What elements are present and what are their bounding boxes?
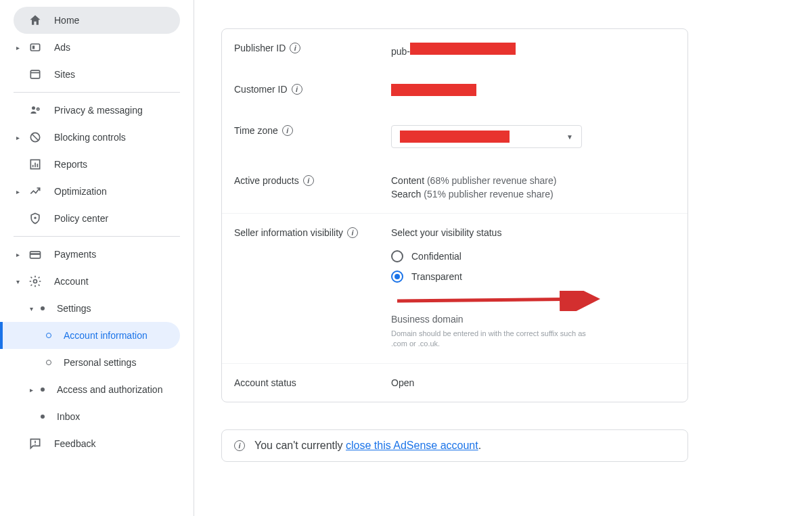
- svg-rect-11: [37, 164, 39, 167]
- svg-rect-2: [30, 70, 39, 78]
- radio-transparent[interactable]: Transparent: [391, 266, 675, 287]
- nav-label: Settings: [57, 303, 91, 314]
- nav-label: Reports: [54, 159, 87, 170]
- redacted-value: [410, 43, 516, 55]
- nav-privacy[interactable]: Privacy & messaging: [0, 97, 180, 124]
- info-icon[interactable]: i: [303, 175, 314, 186]
- nav-payments[interactable]: ▸ Payments: [0, 241, 180, 268]
- expand-icon: ▸: [16, 134, 20, 141]
- bullet-icon: [46, 360, 51, 365]
- divider: [14, 236, 180, 237]
- svg-point-5: [37, 108, 39, 110]
- value-timezone: ▼: [391, 125, 675, 148]
- policy-icon: [27, 210, 43, 227]
- label-seller-visibility: Seller information visibility i: [234, 227, 391, 238]
- info-icon[interactable]: i: [290, 43, 300, 53]
- value-active-products: Content (68% publisher revenue share) Se…: [391, 175, 675, 200]
- label-account-status: Account status: [234, 377, 391, 388]
- bullet-icon: [41, 415, 45, 419]
- label-publisher-id: Publisher ID i: [234, 43, 391, 53]
- expand-icon: ▸: [16, 44, 20, 51]
- nav-label: Access and authorization: [57, 384, 162, 395]
- radio-confidential[interactable]: Confidential: [391, 246, 675, 266]
- main-content: Publisher ID i pub- Customer ID i Time z…: [194, 0, 812, 516]
- nav-label: Payments: [54, 249, 96, 260]
- svg-rect-13: [30, 252, 41, 258]
- nav-sites[interactable]: Sites: [0, 61, 180, 88]
- info-icon[interactable]: i: [347, 227, 358, 238]
- nav-label: Privacy & messaging: [54, 105, 143, 116]
- row-seller-visibility: Seller information visibility i Select y…: [222, 214, 687, 364]
- nav-reports[interactable]: Reports: [0, 151, 180, 178]
- row-customer-id: Customer ID i: [222, 70, 687, 112]
- chevron-down-icon: ▼: [566, 133, 573, 141]
- business-domain-label: Business domain: [391, 314, 675, 325]
- home-icon: [27, 12, 43, 28]
- row-timezone: Time zone i ▼: [222, 112, 687, 162]
- radio-icon: [391, 271, 403, 283]
- svg-rect-0: [30, 44, 39, 51]
- optimization-icon: [27, 183, 43, 200]
- nav-inbox[interactable]: Inbox: [0, 403, 180, 430]
- nav-settings[interactable]: ▾ Settings: [0, 295, 180, 322]
- collapse-icon: ▾: [16, 278, 20, 285]
- svg-point-4: [32, 106, 35, 110]
- close-account-notice: i You can't currently close this AdSense…: [221, 429, 688, 462]
- svg-rect-10: [35, 163, 36, 168]
- radio-label: Confidential: [411, 251, 461, 262]
- svg-point-17: [35, 444, 36, 445]
- nav-label: Feedback: [54, 438, 95, 449]
- bullet-icon: [41, 306, 45, 310]
- reports-icon: [27, 156, 43, 172]
- expand-icon: ▸: [30, 386, 33, 394]
- timezone-dropdown[interactable]: ▼: [391, 125, 582, 148]
- block-icon: [27, 129, 43, 145]
- row-publisher-id: Publisher ID i pub-: [222, 29, 687, 70]
- privacy-icon: [27, 102, 43, 118]
- info-icon[interactable]: i: [282, 125, 293, 136]
- nav-account[interactable]: ▾ Account: [0, 268, 180, 295]
- nav-label: Personal settings: [64, 357, 136, 368]
- nav-home[interactable]: Home: [14, 7, 180, 34]
- nav-feedback[interactable]: Feedback: [0, 430, 180, 457]
- nav-optimization[interactable]: ▸ Optimization: [0, 178, 180, 205]
- info-icon: i: [234, 440, 245, 451]
- info-icon[interactable]: i: [292, 84, 302, 95]
- nav-account-information[interactable]: Account information: [0, 322, 180, 349]
- account-info-card: Publisher ID i pub- Customer ID i Time z…: [221, 28, 688, 402]
- label-timezone: Time zone i: [234, 125, 391, 136]
- radio-label: Transparent: [411, 271, 462, 282]
- nav-label: Home: [54, 15, 79, 26]
- nav-blocking[interactable]: ▸ Blocking controls: [0, 124, 180, 151]
- nav-personal-settings[interactable]: Personal settings: [0, 349, 180, 376]
- radio-icon: [391, 250, 403, 262]
- value-customer-id: [391, 84, 675, 98]
- redacted-value: [400, 131, 510, 143]
- svg-rect-9: [32, 165, 34, 167]
- nav-ads[interactable]: ▸ Ads: [0, 34, 180, 61]
- nav-policy[interactable]: Policy center: [0, 205, 180, 232]
- svg-point-12: [34, 217, 36, 219]
- feedback-icon: [27, 436, 43, 452]
- nav-label: Sites: [54, 69, 75, 80]
- payments-icon: [27, 246, 43, 262]
- gear-icon: [27, 273, 43, 289]
- expand-icon: ▸: [16, 251, 20, 258]
- row-account-status: Account status Open: [222, 364, 687, 402]
- nav-access-authorization[interactable]: ▸ Access and authorization: [0, 376, 180, 403]
- svg-rect-1: [32, 46, 35, 49]
- row-active-products: Active products i Content (68% publisher…: [222, 162, 687, 214]
- nav-label: Ads: [54, 42, 70, 53]
- bullet-icon: [46, 333, 51, 338]
- divider: [14, 92, 180, 93]
- close-account-link[interactable]: close this AdSense account: [346, 440, 478, 451]
- label-customer-id: Customer ID i: [234, 84, 391, 95]
- nav-label: Optimization: [54, 186, 107, 197]
- collapse-icon: ▾: [30, 305, 33, 312]
- business-domain-hint: Domain should be entered in with the cor…: [391, 329, 587, 350]
- redacted-value: [391, 84, 476, 96]
- nav-label: Inbox: [57, 411, 80, 422]
- sidebar: Home ▸ Ads Sites Privacy & messaging ▸ B…: [0, 0, 194, 516]
- value-account-status: Open: [391, 377, 675, 388]
- expand-icon: ▸: [16, 188, 20, 195]
